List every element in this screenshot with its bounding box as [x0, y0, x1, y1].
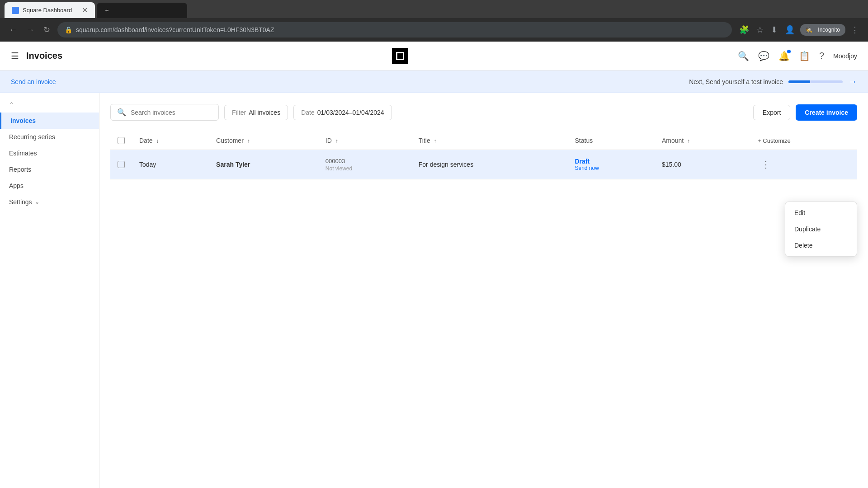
- filter-label: Filter: [232, 109, 246, 116]
- page-title: Invoices: [26, 51, 62, 61]
- search-icon[interactable]: 🔍: [738, 51, 749, 61]
- notification-dot: [787, 50, 791, 53]
- row-status: Draft Send now: [568, 150, 655, 179]
- header-id[interactable]: ID ↑: [318, 131, 411, 150]
- table-header: Date ↓ Customer ↑ ID ↑ Title: [110, 131, 857, 150]
- invoice-id-sub: Not viewed: [326, 165, 404, 172]
- id-sort-icon: ↑: [335, 138, 338, 144]
- sidebar: ⌃ Invoices Recurring series Estimates Re…: [0, 93, 99, 488]
- clipboard-icon[interactable]: 📋: [799, 51, 810, 61]
- search-box-icon: 🔍: [117, 108, 126, 117]
- incognito-label: Incognito: [816, 25, 842, 35]
- banner-right: Next, Send yourself a test invoice →: [689, 76, 857, 87]
- extensions-icon[interactable]: 🧩: [737, 23, 751, 37]
- sidebar-apps-label: Apps: [9, 182, 24, 189]
- date-label: Date: [301, 109, 315, 116]
- more-options-button[interactable]: ⋮: [758, 157, 774, 172]
- header-date[interactable]: Date ↓: [132, 131, 209, 150]
- chat-icon[interactable]: 💬: [758, 51, 769, 61]
- banner-next-label: Next, Send yourself a test invoice: [689, 78, 783, 85]
- sidebar-settings-label: Settings: [9, 198, 32, 206]
- square-logo-inner: [396, 52, 404, 60]
- sidebar-item-recurring[interactable]: Recurring series: [0, 129, 99, 145]
- row-checkbox-cell: [110, 150, 132, 179]
- url-display: squarup.com/dashboard/invoices?currentUn…: [76, 26, 274, 33]
- banner-arrow-icon[interactable]: →: [848, 76, 857, 87]
- select-all-checkbox[interactable]: [118, 137, 125, 144]
- banner-progress-bar: [788, 80, 843, 83]
- collapse-icon: ⌃: [9, 101, 14, 108]
- banner: Send an invoice Next, Send yourself a te…: [0, 70, 868, 93]
- tab-title: Square Dashboard: [23, 7, 72, 14]
- date-value: 01/03/2024–01/04/2024: [317, 109, 384, 116]
- create-invoice-button[interactable]: Create invoice: [796, 104, 857, 121]
- address-bar[interactable]: 🔒 squarup.com/dashboard/invoices?current…: [57, 22, 732, 38]
- download-icon[interactable]: ⬇: [769, 23, 779, 37]
- send-invoice-link[interactable]: Send an invoice: [11, 78, 56, 85]
- incognito-badge: 🕵 Incognito: [800, 24, 845, 36]
- export-button[interactable]: Export: [753, 105, 790, 120]
- active-tab[interactable]: Square Dashboard ✕: [5, 2, 95, 18]
- profile-icon[interactable]: 👤: [783, 23, 797, 37]
- filter-value: All invoices: [249, 109, 280, 116]
- tab-close-button[interactable]: ✕: [82, 6, 88, 14]
- context-menu-edit[interactable]: Edit: [785, 205, 857, 221]
- row-actions: ⋮: [750, 150, 857, 179]
- search-input[interactable]: [131, 109, 212, 116]
- filter-button[interactable]: Filter All invoices: [224, 105, 288, 120]
- date-button[interactable]: Date 01/03/2024–01/04/2024: [293, 105, 392, 120]
- sidebar-item-collapsed[interactable]: ⌃: [0, 97, 99, 113]
- sidebar-settings[interactable]: Settings ⌄: [0, 194, 99, 210]
- back-button[interactable]: ←: [7, 23, 19, 37]
- header-customer[interactable]: Customer ↑: [209, 131, 318, 150]
- notification-icon[interactable]: 🔔: [778, 51, 790, 61]
- app-header: ☰ Invoices 🔍 💬 🔔 📋 ? Moodjoy: [0, 42, 868, 70]
- sidebar-invoices-label: Invoices: [10, 117, 36, 124]
- sidebar-item-estimates[interactable]: Estimates: [0, 145, 99, 161]
- square-logo: [392, 48, 408, 64]
- customer-sort-icon: ↑: [247, 138, 250, 144]
- tab-favicon: [12, 7, 19, 14]
- customize-button[interactable]: + Customize: [758, 137, 791, 144]
- sidebar-item-invoices[interactable]: Invoices: [0, 113, 99, 129]
- sidebar-item-reports[interactable]: Reports: [0, 161, 99, 178]
- table-row: Today Sarah Tyler 000003 Not viewed For …: [110, 150, 857, 179]
- invoice-id: 000003: [326, 158, 404, 164]
- incognito-icon: 🕵: [804, 25, 814, 35]
- header-title[interactable]: Title ↑: [411, 131, 568, 150]
- row-checkbox[interactable]: [118, 161, 125, 168]
- amount-value: $15.00: [662, 161, 681, 168]
- amount-sort-icon: ↑: [687, 138, 690, 144]
- new-tab-icon: ＋: [104, 6, 110, 14]
- forward-button[interactable]: →: [24, 23, 36, 37]
- table-body: Today Sarah Tyler 000003 Not viewed For …: [110, 150, 857, 179]
- row-amount: $15.00: [655, 150, 750, 179]
- header-amount[interactable]: Amount ↑: [655, 131, 750, 150]
- menu-button[interactable]: ⋮: [849, 23, 861, 37]
- header-status: Status: [568, 131, 655, 150]
- help-icon[interactable]: ?: [819, 51, 824, 61]
- status-badge: Draft: [575, 158, 647, 165]
- new-tab-button[interactable]: ＋: [97, 3, 187, 18]
- bookmark-icon[interactable]: ☆: [755, 23, 765, 37]
- row-title: For design services: [411, 150, 568, 179]
- header-actions: 🔍 💬 🔔 📋 ? Moodjoy: [738, 51, 857, 61]
- header-logo: [62, 48, 738, 64]
- row-customer: Sarah Tyler: [209, 150, 318, 179]
- search-box[interactable]: 🔍: [110, 104, 219, 121]
- status-action[interactable]: Send now: [575, 165, 647, 171]
- row-date: Today: [132, 150, 209, 179]
- hamburger-menu[interactable]: ☰: [11, 51, 19, 61]
- sidebar-item-apps[interactable]: Apps: [0, 178, 99, 194]
- context-menu-duplicate[interactable]: Duplicate: [785, 221, 857, 237]
- title-sort-icon: ↑: [434, 138, 437, 144]
- user-name[interactable]: Moodjoy: [833, 52, 857, 60]
- context-menu: Edit Duplicate Delete: [785, 202, 857, 257]
- header-customize[interactable]: + Customize: [750, 131, 857, 150]
- header-checkbox-cell: [110, 131, 132, 150]
- customer-name: Sarah Tyler: [216, 161, 250, 168]
- lock-icon: 🔒: [65, 26, 72, 33]
- context-menu-delete[interactable]: Delete: [785, 237, 857, 253]
- page-content: 🔍 Filter All invoices Date 01/03/2024–01…: [99, 93, 868, 488]
- reload-button[interactable]: ↻: [42, 23, 52, 37]
